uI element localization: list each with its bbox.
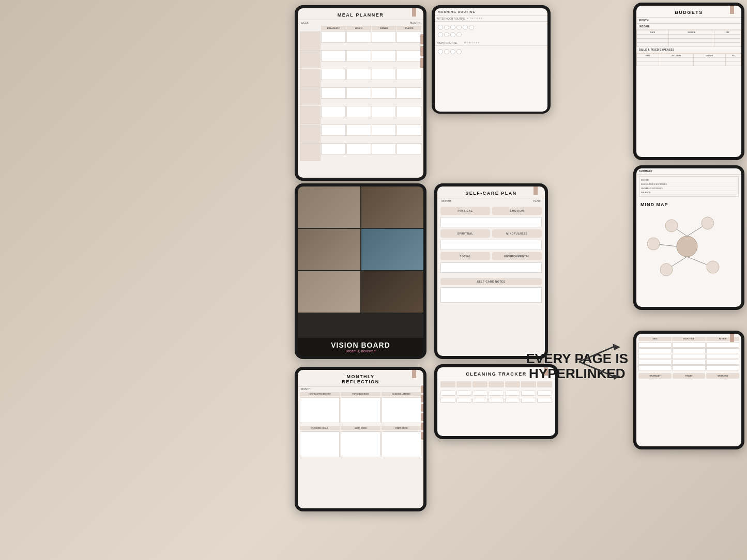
reflection-cell-5: START DOING bbox=[382, 426, 421, 430]
reading-row-5 bbox=[636, 365, 741, 370]
self-care-notes: SELF-CARE NOTES bbox=[440, 278, 542, 285]
reflection-body-5 bbox=[382, 431, 421, 457]
reading-tracker-tablet: DATE BOOK TITLE AUTHOR bbox=[633, 331, 744, 449]
budgets-tablet: BUDGETS MONTH: INCOME DATESOURCECAT BILL… bbox=[633, 3, 744, 160]
col-date: DATE bbox=[638, 337, 672, 341]
col-breakfast: BREAKFAST bbox=[321, 26, 346, 30]
vision-board-overlay: VISION BOARD Dream it, believe it bbox=[298, 338, 423, 356]
vision-cell-1 bbox=[298, 186, 360, 228]
reflection-screen: MONTHLY REFLECTION MONTH: HOW WAS THIS M… bbox=[298, 370, 423, 508]
summary-income: INCOME bbox=[641, 178, 737, 182]
vision-cell-5 bbox=[298, 271, 360, 313]
reflection-month: MONTH: bbox=[298, 387, 423, 391]
summary-variable: VARIABLE EXPENSES bbox=[641, 186, 737, 191]
budgets-month: MONTH: bbox=[636, 18, 741, 24]
col-snacks: SNACKS bbox=[397, 26, 421, 30]
bookmark-icon bbox=[412, 370, 416, 378]
reading-days: THURSDAY FRIDAY WEEKEND bbox=[636, 371, 741, 380]
budgets-title: BUDGETS bbox=[636, 6, 741, 18]
summary-label: SUMMARY bbox=[636, 168, 741, 175]
reflection-cell-2: LESSONS LEARNED bbox=[382, 392, 421, 396]
meal-week-header: WEEK: MONTH: bbox=[298, 20, 423, 25]
reflection-body-2 bbox=[382, 397, 421, 423]
svg-point-8 bbox=[660, 263, 673, 276]
day-weekend: WEEKEND bbox=[706, 373, 739, 379]
reflection-cell-4: AVOID DOING bbox=[341, 426, 380, 430]
budgets-bills: BILLS & FIXED EXPENSES bbox=[636, 47, 741, 53]
budgets-income-table: DATESOURCECAT bbox=[636, 30, 741, 47]
budgets-summary-screen: SUMMARY INCOME BILLS & FIXED EXPENSES VA… bbox=[636, 168, 741, 307]
col-book-title: BOOK TITLE bbox=[672, 337, 705, 341]
budgets-summary: INCOME BILLS & FIXED EXPENSES VARIABLE E… bbox=[639, 176, 739, 197]
routine-tablet: MORNING ROUTINE AFTERNOON ROUTINE MTWTFS… bbox=[432, 5, 551, 114]
reflection-cell-1: TOP CHALLENGES bbox=[341, 392, 380, 396]
bookmark-icon bbox=[730, 334, 734, 342]
day-thursday: THURSDAY bbox=[638, 373, 672, 379]
svg-point-9 bbox=[707, 261, 719, 273]
arrow-decoration bbox=[574, 341, 626, 384]
vision-cell-2 bbox=[361, 186, 424, 228]
meal-planner-tablet: MEAL PLANNER WEEK: MONTH: BREAKFAST LUNC… bbox=[295, 5, 426, 181]
reading-row-4 bbox=[636, 360, 741, 365]
routine-screen: MORNING ROUTINE AFTERNOON ROUTINE MTWTFS… bbox=[435, 8, 547, 112]
self-care-emotion: EMOTION bbox=[492, 207, 542, 215]
reading-header: DATE BOOK TITLE AUTHOR bbox=[636, 336, 741, 342]
self-care-mindfulness: MINDFULNESS bbox=[492, 229, 542, 238]
vision-cell-3 bbox=[298, 229, 360, 270]
reflection-grid-2: PURSUING GOALS AVOID DOING START DOING bbox=[298, 425, 423, 458]
bookmark-icon bbox=[412, 8, 416, 17]
reading-row-3 bbox=[636, 354, 741, 359]
reflection-cell-3: PURSUING GOALS bbox=[300, 426, 340, 430]
self-care-month-year: MONTH: YEAR: bbox=[437, 198, 545, 204]
bookmark-icon bbox=[730, 6, 734, 14]
svg-point-6 bbox=[665, 220, 678, 232]
vision-cell-6 bbox=[361, 271, 424, 313]
reflection-cell-0: HOW WAS THIS MONTH? bbox=[300, 392, 340, 396]
self-care-spiritual: SPIRITUAL bbox=[440, 229, 490, 238]
vision-board-subtitle: Dream it, believe it bbox=[301, 349, 420, 353]
meal-planner-title: MEAL PLANNER bbox=[298, 8, 423, 20]
self-care-tablet: SELF-CARE PLAN MONTH: YEAR: PHYSICAL EMO… bbox=[434, 183, 548, 359]
svg-line-12 bbox=[579, 362, 615, 377]
reflection-grid: HOW WAS THIS MONTH? TOP CHALLENGES LESSO… bbox=[298, 391, 423, 424]
tablets-layout: MORNING ROUTINE AFTERNOON ROUTINE MTWTFS… bbox=[279, 0, 747, 533]
budgets-summary-tablet: SUMMARY INCOME BILLS & FIXED EXPENSES VA… bbox=[633, 165, 744, 310]
meal-planner-screen: MEAL PLANNER WEEK: MONTH: BREAKFAST LUNC… bbox=[298, 8, 423, 178]
reflection-title: MONTHLY REFLECTION bbox=[298, 370, 423, 387]
budgets-screen: BUDGETS MONTH: INCOME DATESOURCECAT BILL… bbox=[636, 6, 741, 157]
summary-balance: BALANCE bbox=[641, 191, 737, 195]
day-friday: FRIDAY bbox=[673, 373, 706, 379]
self-care-screen: SELF-CARE PLAN MONTH: YEAR: PHYSICAL EMO… bbox=[437, 186, 545, 356]
self-care-grid: PHYSICAL EMOTION SPIRITUAL MINDFULNESS S… bbox=[437, 204, 545, 276]
svg-marker-14 bbox=[613, 375, 620, 380]
vision-board-screen: VISION BOARD Dream it, believe it bbox=[298, 186, 423, 356]
col-lunch: LUNCH bbox=[346, 26, 371, 30]
budgets-income: INCOME bbox=[636, 24, 741, 30]
reflection-tablet: MONTHLY REFLECTION MONTH: HOW WAS THIS M… bbox=[295, 367, 426, 511]
self-care-environmental: ENVIRONMENTAL bbox=[492, 252, 542, 260]
vision-board-title: VISION BOARD bbox=[301, 341, 420, 349]
mind-map-title: MIND MAP bbox=[641, 202, 737, 207]
self-care-physical: PHYSICAL bbox=[440, 207, 490, 215]
vision-board-grid bbox=[298, 186, 423, 310]
reading-row-2 bbox=[636, 348, 741, 353]
self-care-title: SELF-CARE PLAN bbox=[437, 186, 545, 198]
reading-screen: DATE BOOK TITLE AUTHOR bbox=[636, 334, 741, 446]
svg-point-0 bbox=[677, 236, 697, 257]
bookmark-icon bbox=[533, 186, 538, 195]
mind-map-svg bbox=[641, 210, 734, 283]
vision-cell-4 bbox=[361, 229, 424, 270]
budgets-bills-table: DATEBILL/ITEMAMOUNTDA bbox=[636, 53, 741, 66]
self-care-social: SOCIAL bbox=[440, 252, 490, 260]
col-author: AUTHOR bbox=[706, 337, 739, 341]
svg-line-11 bbox=[579, 346, 615, 362]
reflection-body-3 bbox=[300, 431, 340, 457]
svg-marker-13 bbox=[613, 344, 620, 350]
reflection-body-4 bbox=[341, 431, 380, 457]
right-panel: MORNING ROUTINE AFTERNOON ROUTINE MTWTFS… bbox=[279, 0, 747, 533]
arrow-icon bbox=[574, 341, 626, 382]
vision-board-tablet: VISION BOARD Dream it, believe it bbox=[295, 183, 426, 359]
reflection-body-1 bbox=[341, 397, 380, 423]
col-dinner: DINNER bbox=[372, 26, 397, 30]
reading-row-1 bbox=[636, 343, 741, 348]
